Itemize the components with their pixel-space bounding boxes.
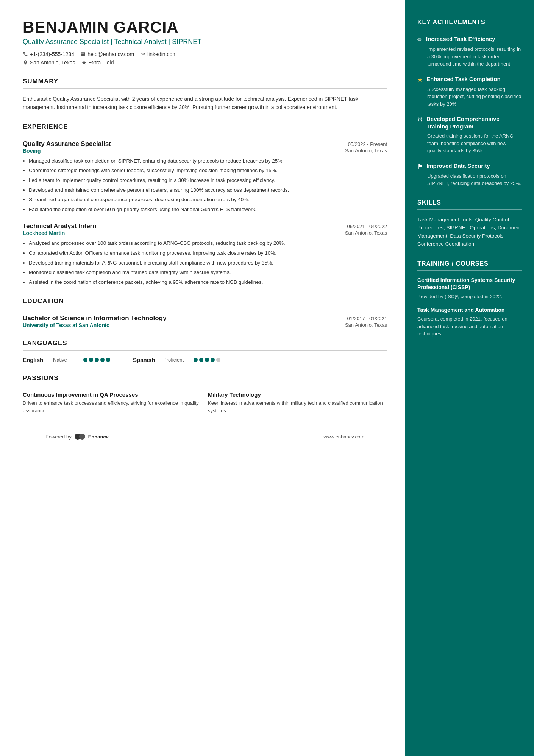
skills-divider (417, 209, 522, 210)
experience-title: EXPERIENCE (23, 123, 387, 131)
email-item: help@enhancv.com (80, 51, 134, 57)
skills-text: Task Management Tools, Quality Control P… (417, 216, 522, 248)
achievement-desc-1: Successfully managed task backlog reduct… (417, 86, 522, 108)
summary-section: SUMMARY Enthusiastic Quality Assurance S… (23, 78, 387, 112)
location-icon (23, 60, 28, 65)
dot (100, 358, 105, 362)
extra-text: Extra Field (89, 59, 114, 66)
achievements-divider (417, 29, 522, 29)
exp-entry-1: Technical Analyst Intern 06/2021 - 04/20… (23, 222, 387, 286)
training-section: TRAINING / COURSES Certified Information… (417, 260, 522, 338)
footer-website: www.enhancv.com (324, 434, 364, 440)
lang-spanish: Spanish Proficient (133, 357, 220, 363)
passions-grid: Continuous Improvement in QA Processes D… (23, 391, 387, 414)
achievement-0: ✏ Increased Task Efficiency Implemented … (417, 35, 522, 68)
exp-entry-0: Quality Assurance Specialist 05/2022 - P… (23, 140, 387, 214)
skills-title: SKILLS (417, 199, 522, 206)
lang-english-name: English (23, 357, 49, 363)
phone-text: +1-(234)-555-1234 (30, 51, 74, 57)
enhancv-logo-icon (75, 434, 85, 440)
email-icon (80, 52, 86, 57)
achievement-header-3: ⚑ Improved Data Security (417, 162, 522, 170)
achievement-2: ⚙ Developed Comprehensive Training Progr… (417, 115, 522, 155)
edu-sub-0: University of Texas at San Antonio San A… (23, 322, 387, 328)
list-item: Facilitated the completion of over 50 hi… (29, 205, 387, 214)
exp-header-0: Quality Assurance Specialist 05/2022 - P… (23, 140, 387, 148)
email-text: help@enhancv.com (87, 51, 134, 57)
dot (106, 358, 110, 362)
summary-text: Enthusiastic Quality Assurance Specialis… (23, 95, 387, 112)
list-item: Streamlined organizational correspondenc… (29, 196, 387, 204)
pencil-icon: ✏ (417, 36, 422, 43)
exp-company-0: Boeing (23, 148, 41, 154)
dot (216, 358, 220, 362)
edu-dates-0: 01/2017 - 01/2021 (347, 316, 387, 321)
passions-divider (23, 385, 387, 385)
passion-title-0: Continuous Improvement in QA Processes (23, 391, 202, 398)
lang-spanish-name: Spanish (133, 357, 159, 363)
summary-title: SUMMARY (23, 78, 387, 85)
location-text: San Antonio, Texas (30, 59, 75, 66)
passion-desc-1: Keen interest in advancements within mil… (208, 399, 387, 414)
dot (95, 358, 99, 362)
achievement-header-2: ⚙ Developed Comprehensive Training Progr… (417, 115, 522, 130)
left-column: BENJAMIN GARCIA Quality Assurance Specia… (0, 0, 405, 756)
achievement-header-0: ✏ Increased Task Efficiency (417, 35, 522, 43)
exp-header-1: Technical Analyst Intern 06/2021 - 04/20… (23, 222, 387, 230)
languages-divider (23, 350, 387, 351)
footer-powered-by: Powered by (45, 434, 72, 440)
languages-section: LANGUAGES English Native Spanish (23, 340, 387, 363)
lang-spanish-dots (194, 358, 220, 362)
edu-school-0: University of Texas at San Antonio (23, 322, 110, 328)
passion-desc-0: Driven to enhance task processes and eff… (23, 399, 202, 414)
education-divider (23, 308, 387, 308)
training-title-1: Task Management and Automation (417, 307, 522, 314)
list-item: Coordinated strategic meetings with seni… (29, 166, 387, 175)
list-item: Led a team to implement quality control … (29, 176, 387, 185)
list-item: Developed and maintained comprehensive p… (29, 186, 387, 194)
training-1: Task Management and Automation Coursera,… (417, 307, 522, 338)
extra-item: Extra Field (81, 59, 114, 66)
achievement-desc-0: Implemented revised protocols, resulting… (417, 45, 522, 68)
languages-title: LANGUAGES (23, 340, 387, 347)
education-title: EDUCATION (23, 297, 387, 305)
training-desc-0: Provided by (ISC)², completed in 2022. (417, 293, 522, 301)
link-icon (140, 52, 145, 57)
linkedin-item: linkedin.com (140, 51, 177, 57)
achievements-title: KEY ACHIEVEMENTS (417, 19, 522, 26)
dot (205, 358, 209, 362)
lang-spanish-level: Proficient (163, 357, 190, 363)
phone-icon (23, 52, 28, 57)
dot (194, 358, 198, 362)
dot (89, 358, 93, 362)
achievement-3: ⚑ Improved Data Security Upgraded classi… (417, 162, 522, 187)
list-item: Analyzed and processed over 100 task ord… (29, 239, 387, 247)
gear-achievement-icon: ⚙ (417, 116, 423, 123)
edu-header-0: Bachelor of Science in Information Techn… (23, 315, 387, 322)
phone-item: +1-(234)-555-1234 (23, 51, 74, 57)
passions-title: PASSIONS (23, 374, 387, 382)
passion-1: Military Technology Keen interest in adv… (208, 391, 387, 414)
training-0: Certified Information Systems Security P… (417, 277, 522, 301)
star-achievement-icon: ★ (417, 76, 423, 83)
exp-bullets-0: Managed classified task completion on SI… (23, 157, 387, 214)
languages-row: English Native Spanish Proficient (23, 357, 387, 363)
list-item: Assisted in the coordination of conferen… (29, 278, 387, 286)
exp-dates-1: 06/2021 - 04/2022 (347, 224, 387, 229)
exp-sub-1: Lockheed Martin San Antonio, Texas (23, 230, 387, 236)
exp-location-0: San Antonio, Texas (345, 148, 387, 154)
achievements-section: KEY ACHIEVEMENTS ✏ Increased Task Effici… (417, 19, 522, 187)
achievement-title-0: Increased Task Efficiency (426, 35, 495, 43)
training-title-0: Certified Information Systems Security P… (417, 277, 522, 291)
right-column: KEY ACHIEVEMENTS ✏ Increased Task Effici… (405, 0, 534, 756)
linkedin-text: linkedin.com (147, 51, 177, 57)
achievement-header-1: ★ Enhanced Task Completion (417, 75, 522, 83)
passions-section: PASSIONS Continuous Improvement in QA Pr… (23, 374, 387, 414)
exp-role-0: Quality Assurance Specialist (23, 140, 111, 148)
exp-sub-0: Boeing San Antonio, Texas (23, 148, 387, 154)
star-icon (81, 60, 87, 65)
training-divider (417, 270, 522, 271)
lang-english-level: Native (53, 357, 80, 363)
passion-title-1: Military Technology (208, 391, 387, 398)
location-item: San Antonio, Texas (23, 59, 75, 66)
